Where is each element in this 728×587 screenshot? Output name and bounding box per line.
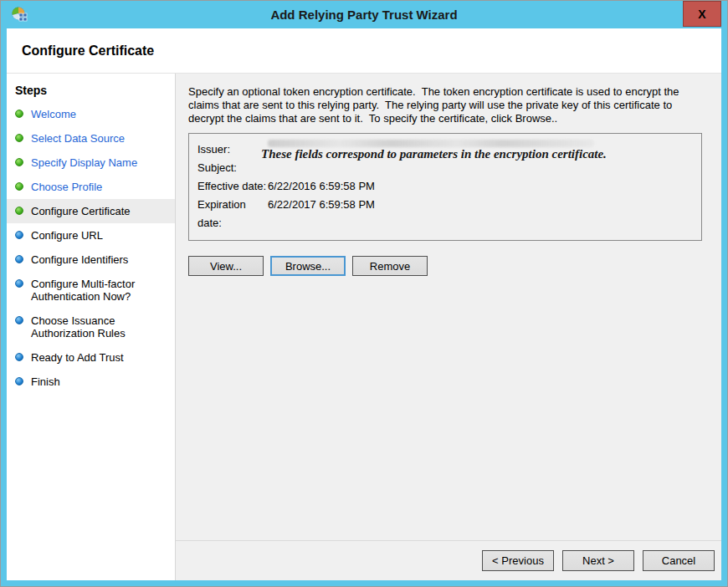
field-label-issuer: Issuer: <box>197 140 268 159</box>
step-label: Ready to Add Trust <box>31 351 124 364</box>
page-description: Specify an optional token encryption cer… <box>188 85 700 125</box>
content-pane: Specify an optional token encryption cer… <box>175 74 721 580</box>
blue-status-dot <box>15 279 23 288</box>
step-label: Configure URL <box>31 229 103 242</box>
view-button[interactable]: View... <box>188 256 264 276</box>
steps-heading: Steps <box>7 80 175 102</box>
blue-status-dot <box>15 255 23 263</box>
wizard-window: Add Relying Party Trust Wizard X Configu… <box>0 0 728 587</box>
titlebar: Add Relying Party Trust Wizard X <box>7 1 721 28</box>
remove-button[interactable]: Remove <box>352 256 428 276</box>
step-label: Select Data Source <box>31 132 125 145</box>
close-icon: X <box>698 8 705 21</box>
step-label: Configure Identifiers <box>31 253 128 266</box>
wizard-footer: < Previous Next > Cancel <box>176 540 721 580</box>
sidebar-item-finish: Finish <box>7 370 175 394</box>
step-label: Specify Display Name <box>31 156 137 169</box>
field-row-subject: Subject: <box>197 159 693 177</box>
step-label: Choose Issuance Authorization Rules <box>31 314 170 339</box>
next-button[interactable]: Next > <box>562 550 634 571</box>
steps-sidebar: Steps Welcome Select Data Source Specify… <box>7 74 175 580</box>
green-status-dot <box>15 207 23 215</box>
field-label-subject: Subject: <box>197 159 268 177</box>
field-row-effective-date: Effective date: 6/22/2016 6:59:58 PM <box>197 177 693 196</box>
window-title: Add Relying Party Trust Wizard <box>7 8 721 22</box>
adfs-wizard-icon <box>11 6 29 24</box>
green-status-dot <box>15 134 23 142</box>
content-main: Specify an optional token encryption cer… <box>176 74 721 540</box>
field-row-expiration-date: Expiration date: 6/22/2017 6:59:58 PM <box>197 196 693 232</box>
green-status-dot <box>15 182 23 191</box>
green-status-dot <box>15 158 23 166</box>
sidebar-item-choose-issuance-authorization-rules: Choose Issuance Authorization Rules <box>7 309 175 345</box>
window-body: Configure Certificate Steps Welcome Sele… <box>7 28 721 580</box>
field-label-expiration-date: Expiration date: <box>197 196 268 232</box>
step-label: Finish <box>31 375 60 388</box>
sidebar-item-specify-display-name[interactable]: Specify Display Name <box>7 151 175 175</box>
main-area: Steps Welcome Select Data Source Specify… <box>7 74 721 580</box>
step-label: Configure Certificate <box>31 205 131 217</box>
previous-button[interactable]: < Previous <box>482 550 554 571</box>
certificate-actions: View... Browse... Remove <box>188 256 708 276</box>
field-value-subject <box>268 159 693 177</box>
sidebar-item-configure-certificate[interactable]: Configure Certificate <box>7 199 175 223</box>
blue-status-dot <box>15 231 23 239</box>
sidebar-item-configure-url: Configure URL <box>7 223 175 248</box>
field-value-effective-date: 6/22/2016 6:59:58 PM <box>268 177 693 196</box>
blue-status-dot <box>15 377 23 385</box>
field-label-effective-date: Effective date: <box>197 177 268 196</box>
sidebar-item-select-data-source[interactable]: Select Data Source <box>7 126 175 151</box>
annotation-note: These fields correspond to parameters in… <box>261 147 607 161</box>
steps-list: Welcome Select Data Source Specify Displ… <box>7 102 175 394</box>
sidebar-item-welcome[interactable]: Welcome <box>7 102 175 126</box>
sidebar-item-choose-profile[interactable]: Choose Profile <box>7 175 175 199</box>
blue-status-dot <box>15 353 23 361</box>
field-value-expiration-date: 6/22/2017 6:59:58 PM <box>268 196 693 232</box>
page-title: Configure Certificate <box>7 28 721 74</box>
step-label: Welcome <box>31 108 76 120</box>
sidebar-item-configure-multifactor-authentication: Configure Multi-factor Authentication No… <box>7 272 175 309</box>
green-status-dot <box>15 110 23 118</box>
cancel-button[interactable]: Cancel <box>643 550 715 571</box>
certificate-info-box: Issuer: Subject: Effective date: 6/22/20… <box>188 133 702 241</box>
step-label: Configure Multi-factor Authentication No… <box>31 278 170 303</box>
browse-button[interactable]: Browse... <box>270 256 346 276</box>
sidebar-item-configure-identifiers: Configure Identifiers <box>7 248 175 272</box>
step-label: Choose Profile <box>31 181 102 193</box>
close-button[interactable]: X <box>683 1 721 27</box>
blue-status-dot <box>15 316 23 324</box>
sidebar-item-ready-to-add-trust: Ready to Add Trust <box>7 345 175 370</box>
